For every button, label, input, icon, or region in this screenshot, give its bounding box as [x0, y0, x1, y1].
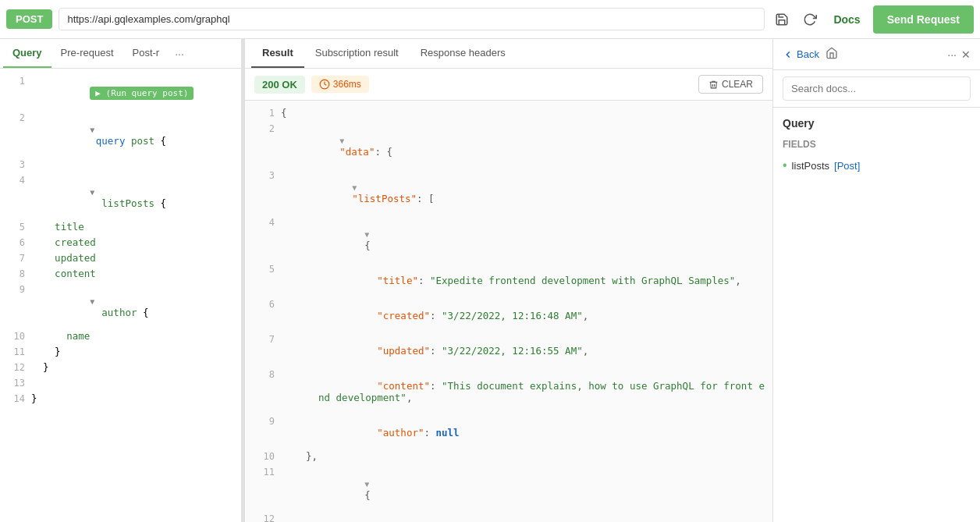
- query-line-3: 3: [0, 158, 241, 174]
- main-layout: Query Pre-request Post-r ··· 1 ▶ (Run qu…: [0, 39, 980, 522]
- line-num-8: 8: [6, 268, 25, 279]
- line-num-6: 6: [6, 236, 25, 248]
- url-input[interactable]: [59, 8, 765, 30]
- line-num-2: 2: [6, 112, 25, 123]
- top-bar: POST Docs Send Request: [0, 0, 980, 39]
- line-content-8: content: [31, 268, 235, 279]
- line-num-3: 3: [6, 158, 25, 170]
- query-line-13: 13: [0, 377, 241, 392]
- docs-close-icon[interactable]: ✕: [961, 48, 971, 61]
- line-num-4: 4: [6, 174, 25, 186]
- result-toolbar: 200 OK 366ms CLEAR: [245, 69, 772, 101]
- docs-header: Back ··· ✕: [773, 39, 980, 70]
- line-content-9: ▼ author {: [31, 283, 235, 330]
- line-num-10: 10: [6, 330, 25, 342]
- query-line-8: 8 content: [0, 268, 241, 283]
- line-content-1: ▶ (Run query post): [31, 75, 235, 112]
- query-line-10: 10 name: [0, 330, 241, 346]
- collapse-arrow-4[interactable]: ▼: [90, 188, 94, 197]
- query-editor: 1 ▶ (Run query post) 2 ▼ query post { 3: [0, 69, 241, 522]
- docs-fields-label: FIELDS: [783, 139, 971, 150]
- collapse-11[interactable]: ▼: [364, 480, 369, 488]
- trash-icon: [708, 80, 719, 90]
- query-line-1: 1 ▶ (Run query post): [0, 75, 241, 112]
- line-content-7: updated: [31, 252, 235, 264]
- tab-post-r[interactable]: Post-r: [123, 39, 169, 68]
- docs-field-listposts: • listPosts [Post]: [783, 156, 971, 175]
- send-request-button[interactable]: Send Request: [873, 5, 974, 34]
- line-num-11: 11: [6, 346, 25, 357]
- line-num-14: 14: [6, 392, 25, 404]
- docs-more-icon[interactable]: ···: [947, 48, 957, 61]
- result-tab-result[interactable]: Result: [251, 39, 304, 68]
- query-line-11: 11 }: [0, 346, 241, 361]
- tab-more[interactable]: ···: [169, 40, 190, 68]
- line-content-6: created: [31, 236, 235, 248]
- query-line-4: 4 ▼ listPosts {: [0, 174, 241, 221]
- docs-query-link[interactable]: Query: [783, 117, 971, 130]
- result-tabs-row: Result Subscription result Response head…: [245, 39, 772, 69]
- middle-panel: Result Subscription result Response head…: [245, 39, 773, 522]
- line-num-13: 13: [6, 377, 25, 389]
- line-content-10: name: [31, 330, 235, 342]
- docs-search: [773, 70, 980, 108]
- query-tabs-row: Query Pre-request Post-r ···: [0, 39, 241, 69]
- docs-panel: Back ··· ✕ Query FIELDS • listPosts [Pos…: [773, 39, 980, 522]
- docs-button[interactable]: Docs: [827, 13, 866, 26]
- line-num-1: 1: [6, 75, 25, 87]
- docs-actions: ··· ✕: [947, 48, 971, 61]
- line-num-9: 9: [6, 283, 25, 295]
- save-icon[interactable]: [771, 9, 793, 30]
- tab-pre-request[interactable]: Pre-request: [51, 39, 123, 68]
- docs-home-icon[interactable]: [826, 47, 838, 62]
- result-line-3: 3 ▼ "listPosts": [: [245, 169, 772, 216]
- docs-search-input[interactable]: [783, 76, 971, 101]
- docs-bullet: •: [783, 159, 787, 172]
- collapse-2[interactable]: ▼: [339, 137, 344, 145]
- collapse-4[interactable]: ▼: [364, 230, 369, 239]
- query-line-5: 5 title: [0, 221, 241, 236]
- clear-button[interactable]: CLEAR: [698, 75, 763, 94]
- refresh-icon[interactable]: [799, 9, 821, 30]
- line-num-12: 12: [6, 361, 25, 373]
- result-line-11: 11 ▼ {: [245, 466, 772, 513]
- run-query-badge[interactable]: ▶ (Run query post): [90, 87, 194, 100]
- result-line-2: 2 ▼ "data": {: [245, 123, 772, 169]
- line-content-11: }: [31, 346, 235, 357]
- line-num-5: 5: [6, 221, 25, 233]
- left-panel: Query Pre-request Post-r ··· 1 ▶ (Run qu…: [0, 39, 242, 522]
- query-line-6: 6 created: [0, 236, 241, 252]
- result-tab-subscription[interactable]: Subscription result: [304, 39, 410, 68]
- result-line-6: 6 "created": "3/22/2022, 12:16:48 AM",: [245, 298, 772, 333]
- collapse-arrow-9[interactable]: ▼: [90, 297, 94, 306]
- collapse-arrow-2[interactable]: ▼: [90, 126, 94, 134]
- collapse-3[interactable]: ▼: [352, 183, 357, 192]
- result-line-1: 1 {: [245, 107, 772, 123]
- line-content-14: }: [31, 392, 235, 404]
- query-line-14: 14 }: [0, 392, 241, 408]
- result-line-10: 10 },: [245, 450, 772, 466]
- docs-field-type[interactable]: [Post]: [834, 160, 860, 172]
- query-line-2: 2 ▼ query post {: [0, 112, 241, 158]
- query-line-7: 7 updated: [0, 252, 241, 268]
- result-content: 1 { 2 ▼ "data": { 3 ▼ "listPosts": [ 4: [245, 101, 772, 522]
- tab-query[interactable]: Query: [3, 39, 51, 68]
- query-line-12: 12 }: [0, 361, 241, 377]
- line-num-7: 7: [6, 252, 25, 264]
- result-line-12: 12 "title": "Headless CMS with GraphQL",: [245, 513, 772, 522]
- docs-body: Query FIELDS • listPosts [Post]: [773, 108, 980, 522]
- line-content-5: title: [31, 221, 235, 233]
- query-line-9: 9 ▼ author {: [0, 283, 241, 330]
- result-line-4: 4 ▼ {: [245, 216, 772, 263]
- docs-field-name: listPosts: [792, 160, 829, 172]
- result-line-5: 5 "title": "Expedite frontend developmen…: [245, 263, 772, 298]
- result-line-7: 7 "updated": "3/22/2022, 12:16:55 AM",: [245, 333, 772, 368]
- docs-back-button[interactable]: Back: [783, 48, 819, 60]
- result-line-9: 9 "author": null: [245, 415, 772, 450]
- status-badge: 200 OK: [254, 76, 305, 94]
- line-content-2: ▼ query post {: [31, 112, 235, 158]
- docs-nav: Back: [783, 47, 838, 62]
- result-tab-response-headers[interactable]: Response headers: [410, 39, 517, 68]
- clock-icon: [319, 79, 330, 90]
- back-arrow-icon: [783, 49, 794, 60]
